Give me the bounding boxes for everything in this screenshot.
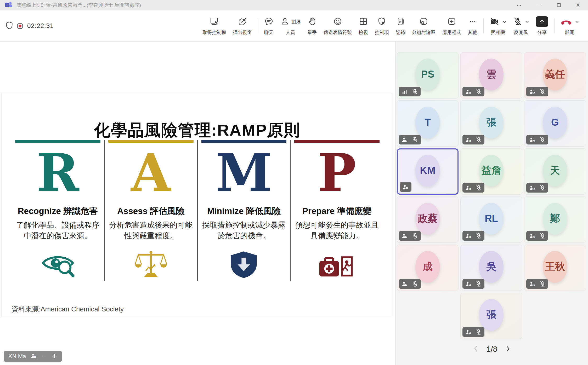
mic-off-icon bbox=[539, 281, 546, 287]
toolbar-leave-button[interactable]: 離開 bbox=[557, 13, 582, 38]
avatar: 吳 bbox=[479, 251, 504, 283]
presenter-chip[interactable]: KN Ma ! bbox=[4, 351, 62, 362]
participant-tile[interactable]: 成 ? bbox=[397, 245, 459, 291]
participant-tile[interactable]: 張 ? bbox=[460, 293, 522, 339]
status-badges bbox=[399, 87, 421, 96]
shield-gear-icon bbox=[377, 17, 386, 27]
toolbar-actions: 取得控制權 彈出視窗 聊天 118 人員 舉手 傳送表情符號 檢視 bbox=[199, 13, 583, 38]
toolbar-take-control-button[interactable]: 取得控制權 bbox=[199, 13, 230, 38]
toolbar-controls-button[interactable]: 控制項 bbox=[371, 13, 392, 38]
page-previous-button[interactable] bbox=[472, 345, 480, 353]
toolbar-camera-button[interactable]: 照相機 bbox=[486, 13, 510, 38]
meeting-timer: 02:22:31 bbox=[27, 22, 54, 30]
toolbar-label: 應用程式 bbox=[442, 29, 461, 36]
person-question-icon: ? bbox=[465, 329, 472, 335]
toolbar-label: 人員 bbox=[286, 29, 295, 36]
participant-tile[interactable]: 鄭 ? bbox=[524, 196, 586, 243]
person-question-icon: ? bbox=[529, 233, 535, 239]
participant-tile[interactable]: KM ! bbox=[397, 148, 459, 195]
view-grid-icon bbox=[359, 17, 368, 27]
participant-tile[interactable]: 益詹 ! bbox=[460, 148, 522, 195]
participant-tile[interactable]: PS bbox=[397, 52, 459, 99]
status-badges: ! bbox=[526, 183, 548, 193]
svg-text:!: ! bbox=[470, 140, 470, 142]
status-badges: ! bbox=[526, 87, 548, 96]
svg-text:?: ? bbox=[469, 284, 470, 286]
status-badges: ! bbox=[462, 183, 484, 193]
participant-tile[interactable]: 雲 ? bbox=[460, 52, 522, 99]
svg-text:?: ? bbox=[469, 91, 470, 94]
toolbar-notes-button[interactable]: 記錄 bbox=[392, 13, 409, 38]
emoji-icon bbox=[333, 17, 342, 27]
chevron-down-icon[interactable] bbox=[525, 21, 529, 23]
people-icon bbox=[280, 17, 289, 27]
phone-hangup-icon bbox=[561, 18, 572, 26]
participant-tile[interactable]: 政蔡 ? bbox=[397, 196, 459, 243]
window-maximize-button[interactable] bbox=[555, 3, 562, 8]
avatar: T bbox=[415, 107, 440, 138]
toolbar-label: 離開 bbox=[565, 29, 574, 36]
participant-tile[interactable]: G ? bbox=[524, 100, 586, 147]
apps-icon bbox=[447, 17, 456, 27]
chevron-right-icon bbox=[506, 345, 510, 353]
participant-tile[interactable]: RL ! bbox=[460, 196, 522, 243]
mic-off-icon bbox=[476, 89, 482, 95]
window-more-button[interactable]: ⋯ bbox=[515, 3, 523, 8]
column-heading: Minimize 降低風險 bbox=[201, 205, 287, 217]
svg-text:!: ! bbox=[533, 91, 534, 94]
zoom-in-button[interactable] bbox=[52, 353, 57, 360]
window-close-button[interactable]: ✕ bbox=[574, 3, 582, 8]
mic-off-icon bbox=[476, 329, 482, 335]
toolbar-breakout-rooms-button[interactable]: 分組討論區 bbox=[409, 13, 439, 38]
person-question-icon: ? bbox=[529, 137, 535, 143]
avatar: G bbox=[543, 107, 567, 138]
first-aid-exit-icon bbox=[294, 248, 380, 281]
mic-off-icon bbox=[476, 137, 482, 143]
window-minimize-button[interactable]: — bbox=[535, 3, 543, 8]
privacy-shield-icon bbox=[6, 21, 13, 30]
gallery-pagination: 1/8 bbox=[396, 345, 588, 354]
toolbar-chat-button[interactable]: 聊天 bbox=[261, 13, 277, 38]
column-color-bar bbox=[108, 140, 194, 143]
participant-grid: PS 雲 ? 義任 ! T ? 張 ! G ? KM ! 益詹 ! 天 bbox=[396, 52, 588, 339]
ramp-column-A: A Assess 評估風險 分析危害造成後果的可能性與嚴重程度。 bbox=[105, 140, 198, 281]
avatar: 成 bbox=[415, 251, 440, 283]
camera-off-icon bbox=[490, 17, 500, 27]
teams-logo-icon: T bbox=[5, 1, 13, 9]
mic-off-icon bbox=[476, 281, 482, 287]
toolbar-apps-button[interactable]: 應用程式 bbox=[439, 13, 465, 38]
svg-text:!: ! bbox=[35, 356, 36, 358]
person-question-icon: ? bbox=[402, 233, 408, 239]
meeting-toolbar: 02:22:31 取得控制權 彈出視窗 聊天 118 人員 舉手 傳送表情 bbox=[0, 10, 588, 42]
avatar: 天 bbox=[543, 155, 567, 187]
toolbar-people-button[interactable]: 118 人員 bbox=[277, 13, 304, 38]
recording-indicator-icon bbox=[17, 23, 23, 29]
svg-text:!: ! bbox=[470, 188, 470, 190]
person-alert-icon: ! bbox=[402, 184, 409, 190]
participant-tile[interactable]: 吳 ? bbox=[460, 245, 522, 291]
participant-tile[interactable]: 義任 ! bbox=[524, 52, 586, 99]
chevron-down-icon[interactable] bbox=[575, 21, 579, 23]
page-next-button[interactable] bbox=[504, 345, 512, 353]
toolbar-microphone-button[interactable]: 麥克風 bbox=[510, 13, 532, 38]
chevron-down-icon[interactable] bbox=[503, 21, 506, 23]
participant-tile[interactable]: 王秋 ! bbox=[524, 245, 586, 291]
svg-text:!: ! bbox=[533, 188, 534, 190]
toolbar-share-button[interactable]: 分享 bbox=[532, 13, 552, 38]
toolbar-label: 麥克風 bbox=[514, 29, 528, 36]
toolbar-view-button[interactable]: 檢視 bbox=[355, 13, 371, 38]
participant-tile[interactable]: T ? bbox=[397, 100, 459, 147]
mic-off-icon bbox=[412, 281, 418, 287]
toolbar-popout-button[interactable]: 彈出視窗 bbox=[230, 13, 255, 38]
avatar: 王秋 bbox=[543, 251, 567, 283]
participant-tile[interactable]: 天 ! bbox=[524, 148, 586, 195]
toolbar-reactions-button[interactable]: 傳送表情符號 bbox=[320, 13, 355, 38]
toolbar-label: 彈出視窗 bbox=[233, 29, 252, 36]
participant-tile[interactable]: 張 ! bbox=[460, 100, 522, 147]
toolbar-more-button[interactable]: 其他 bbox=[465, 13, 481, 38]
toolbar-label: 記錄 bbox=[396, 29, 405, 36]
mic-off-icon bbox=[412, 137, 418, 143]
zoom-out-button[interactable] bbox=[42, 354, 47, 360]
toolbar-raise-hand-button[interactable]: 舉手 bbox=[304, 13, 320, 38]
toolbar-label: 分享 bbox=[537, 29, 547, 36]
